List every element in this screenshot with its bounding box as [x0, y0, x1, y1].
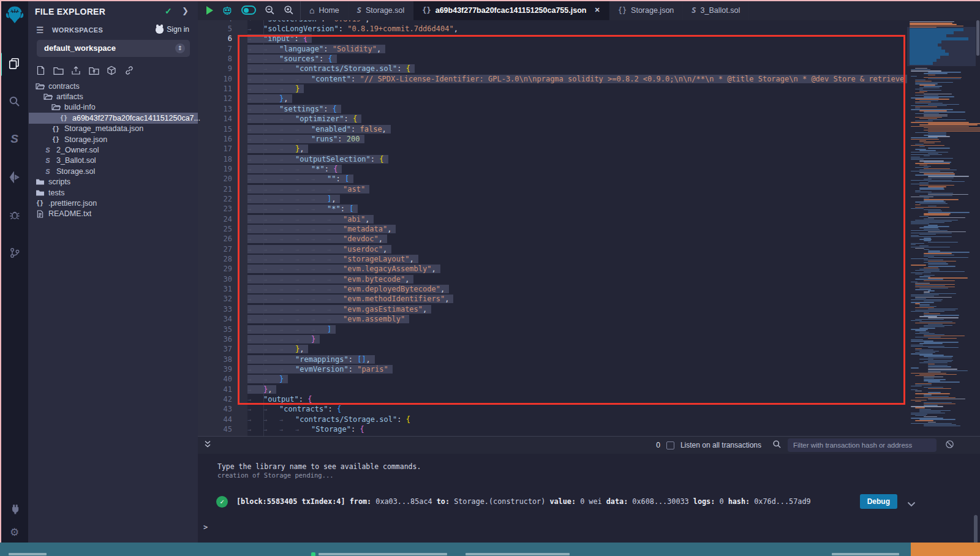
editor-scrollbar[interactable] [976, 20, 980, 436]
tree-item-storage-sol[interactable]: SStorage.sol [29, 166, 198, 176]
line-number[interactable]: 34 [198, 314, 232, 324]
code-line-26[interactable]: 26→→→→→→"devdoc", [198, 234, 907, 244]
code-line-35[interactable]: 35→→→→→] [198, 325, 907, 334]
code-line-24[interactable]: 24→→→→→→"abi", [198, 214, 907, 224]
tree-item-build-info[interactable]: build-info [29, 102, 198, 113]
tree-item-tests[interactable]: tests [29, 187, 198, 198]
code-line-28[interactable]: 28→→→→→→"storageLayout", [198, 254, 907, 264]
line-number[interactable]: 6 [198, 34, 232, 43]
line-number[interactable]: 12 [198, 94, 232, 103]
upload-file-icon[interactable] [70, 65, 81, 76]
expand-transaction-icon[interactable] [907, 498, 916, 509]
line-number[interactable]: 13 [198, 104, 232, 114]
tab-a69b43f277ba20fcac141151250ca755-json[interactable]: {}a69b43f277ba20fcac141151250ca755.json✕ [413, 0, 609, 20]
tab-storage-sol[interactable]: SStorage.sol [349, 0, 413, 20]
code-line-15[interactable]: 15→→→→"enabled": false, [198, 124, 907, 134]
terminal-output[interactable]: Type the library name to see available c… [198, 454, 980, 543]
tree-item-a69b43f277ba20fcac141151250ca7-[interactable]: {}a69b43f277ba20fcac141151250ca7... [29, 113, 198, 123]
tab-3-ballot-sol[interactable]: S3_Ballot.sol [683, 0, 749, 20]
code-line-27[interactable]: 27→→→→→→"userdoc", [198, 244, 907, 254]
line-number[interactable]: 42 [198, 394, 232, 404]
workspace-select[interactable]: default_workspace ⇕ [37, 40, 190, 57]
code-line-6[interactable]: 6→"input": { [198, 34, 907, 43]
code-line-38[interactable]: 38→→→"remappings": [], [198, 355, 907, 364]
line-number[interactable]: 19 [198, 164, 232, 174]
line-number[interactable]: 45 [198, 424, 232, 434]
line-number[interactable]: 27 [198, 244, 232, 254]
code-line-31[interactable]: 31→→→→→→"evm.deployedBytecode", [198, 284, 907, 294]
line-number[interactable]: 20 [198, 174, 232, 184]
transaction-filter-input[interactable] [788, 438, 937, 452]
git-icon[interactable] [0, 242, 29, 263]
code-line-39[interactable]: 39→→→"evmVersion": "paris" [198, 364, 907, 374]
code-line-14[interactable]: 14→→→"optimizer": { [198, 114, 907, 124]
code-line-5[interactable]: 5→"solcLongVersion": "0.8.19+commit.7dd6… [198, 24, 907, 34]
line-number[interactable]: 18 [198, 154, 232, 164]
code-line-12[interactable]: 12→→}, [198, 94, 907, 103]
line-number[interactable]: 22 [198, 194, 232, 204]
code-line-13[interactable]: 13→→"settings": { [198, 104, 907, 114]
code-line-43[interactable]: 43→→"contracts": { [198, 404, 907, 414]
zoom-in-icon[interactable] [284, 5, 294, 15]
line-number[interactable]: 8 [198, 54, 232, 64]
line-number[interactable]: 10 [198, 74, 232, 84]
line-number[interactable]: 32 [198, 294, 232, 304]
workspaces-menu-icon[interactable]: ☰ [36, 25, 44, 35]
line-number[interactable]: 26 [198, 234, 232, 244]
code-line-8[interactable]: 8→→"sources": { [198, 54, 907, 64]
tree-item-contracts[interactable]: contracts [29, 81, 198, 91]
line-number[interactable]: 31 [198, 284, 232, 294]
line-number[interactable]: 35 [198, 325, 232, 334]
editor-scrollbar-thumb[interactable] [976, 20, 979, 56]
line-number[interactable]: 21 [198, 184, 232, 194]
new-file-icon[interactable] [35, 65, 46, 76]
code-line-19[interactable]: 19→→→→"*": { [198, 164, 907, 174]
listen-checkbox[interactable] [666, 441, 674, 449]
code-line-17[interactable]: 17→→→}, [198, 144, 907, 154]
line-number[interactable]: 30 [198, 274, 232, 284]
code-line-25[interactable]: 25→→→→→→"metadata", [198, 224, 907, 234]
tree-item-2-owner-sol[interactable]: S2_Owner.sol [29, 145, 198, 155]
tree-item--prettierrc-json[interactable]: {}.prettierrc.json [29, 198, 198, 208]
close-tab-icon[interactable]: ✕ [594, 6, 600, 14]
transaction-log-row[interactable]: ✓ [block:5583405 txIndex:4] from: 0xa03.… [216, 492, 957, 511]
code-line-10[interactable]: 10→→→→"content": "// SPDX-License-Identi… [198, 74, 907, 84]
code-line-11[interactable]: 11→→→} [198, 84, 907, 94]
tree-item-storage-metadata-json[interactable]: {}Storage_metadata.json [29, 124, 198, 134]
code-line-20[interactable]: 20→→→→→"": [ [198, 174, 907, 184]
tree-item-3-ballot-sol[interactable]: S3_Ballot.sol [29, 156, 198, 166]
code-line-16[interactable]: 16→→→→"runs": 200 [198, 134, 907, 144]
line-number[interactable]: 24 [198, 214, 232, 224]
debug-button[interactable]: Debug [860, 494, 897, 509]
upload-folder-icon[interactable] [88, 65, 99, 76]
line-number[interactable]: 17 [198, 144, 232, 154]
tree-item-storage-json[interactable]: {}Storage.json [29, 134, 198, 145]
code-line-41[interactable]: 41→}, [198, 385, 907, 394]
line-number[interactable]: 37 [198, 344, 232, 354]
remix-logo-icon[interactable] [4, 5, 25, 26]
line-number[interactable]: 33 [198, 304, 232, 314]
code-line-36[interactable]: 36→→→→} [198, 334, 907, 344]
code-line-9[interactable]: 9→→→"contracts/Storage.sol": { [198, 64, 907, 73]
code-line-30[interactable]: 30→→→→→→"evm.bytecode", [198, 274, 907, 284]
line-number[interactable]: 16 [198, 134, 232, 144]
code-line-23[interactable]: 23→→→→→"*": [ [198, 204, 907, 214]
file-explorer-icon[interactable] [0, 53, 29, 73]
publish-box-icon[interactable] [106, 65, 117, 76]
line-number[interactable]: 43 [198, 404, 232, 414]
debugger-icon[interactable] [0, 205, 29, 225]
code-line-18[interactable]: 18→→→"outputSelection": { [198, 154, 907, 164]
code-area[interactable]: 4→"solcVersion": "0.8.19",5→"solcLongVer… [198, 20, 907, 436]
line-number[interactable]: 25 [198, 224, 232, 234]
line-number[interactable]: 39 [198, 364, 232, 374]
sign-in-button[interactable]: Sign in [156, 25, 189, 34]
code-line-44[interactable]: 44→→→"contracts/Storage.sol": { [198, 415, 907, 424]
line-number[interactable]: 15 [198, 124, 232, 134]
code-line-40[interactable]: 40→→} [198, 374, 907, 384]
terminal-prompt[interactable]: > [203, 523, 208, 532]
code-line-34[interactable]: 34→→→→→→"evm.assembly" [198, 314, 907, 324]
code-line-45[interactable]: 45→→→→"Storage": { [198, 424, 907, 434]
plugin-manager-icon[interactable] [0, 498, 29, 519]
line-number[interactable]: 23 [198, 204, 232, 214]
ai-assistant-icon[interactable] [222, 5, 233, 16]
